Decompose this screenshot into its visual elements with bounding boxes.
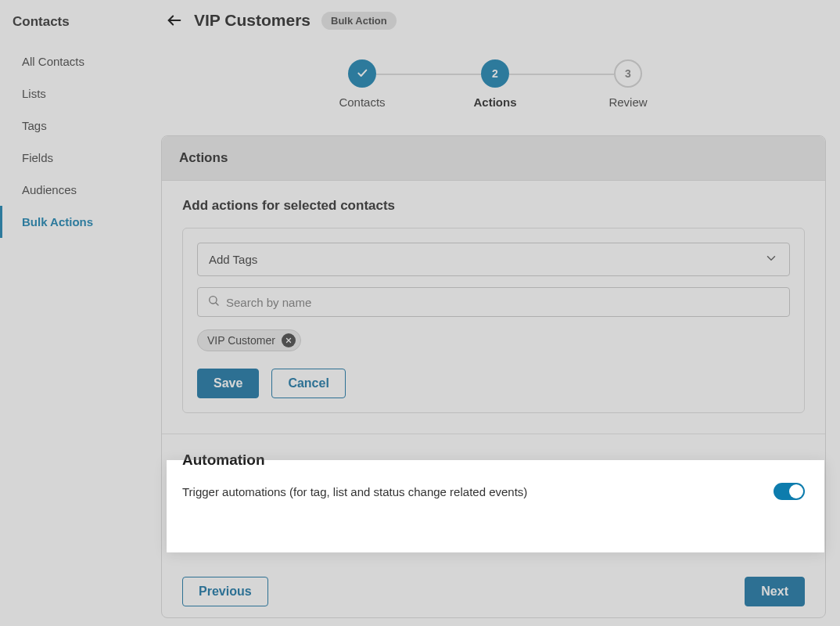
tag-search-row (197, 287, 790, 317)
remove-tag-icon[interactable] (282, 333, 296, 347)
back-arrow-icon[interactable] (166, 12, 183, 29)
action-panel: Add Tags VIP Customer (182, 228, 805, 413)
card-body: Add actions for selected contacts Add Ta… (162, 181, 825, 561)
tag-chip-label: VIP Customer (207, 334, 275, 347)
save-button[interactable]: Save (197, 369, 259, 398)
toggle-knob (789, 484, 803, 498)
sidebar-item-audiences[interactable]: Audiences (0, 174, 156, 206)
sidebar-item-bulk-actions[interactable]: Bulk Actions (0, 206, 156, 238)
automation-toggle[interactable] (774, 483, 805, 500)
automation-title: Automation (182, 452, 805, 469)
step-contacts-label: Contacts (339, 95, 385, 109)
card-header: Actions (162, 136, 825, 181)
actions-card: Actions Add actions for selected contact… (161, 135, 826, 618)
card-footer: Previous Next (162, 561, 825, 617)
tag-chip: VIP Customer (197, 329, 301, 351)
cancel-button[interactable]: Cancel (271, 369, 345, 398)
app-root: Contacts All Contacts Lists Tags Fields … (0, 0, 840, 626)
step-contacts-circle (348, 59, 376, 88)
sidebar-item-all-contacts[interactable]: All Contacts (0, 45, 156, 77)
automation-section: Automation Trigger automations (for tag,… (182, 434, 805, 514)
step-actions[interactable]: 2 Actions (429, 59, 562, 109)
bulk-action-badge: Bulk Action (321, 12, 397, 30)
next-button[interactable]: Next (745, 577, 805, 606)
step-review-label: Review (608, 95, 647, 109)
svg-line-2 (216, 303, 218, 305)
sidebar-item-lists[interactable]: Lists (0, 77, 156, 110)
action-type-value: Add Tags (209, 253, 257, 266)
card-subtitle: Add actions for selected contacts (182, 198, 805, 214)
selected-tags: VIP Customer (197, 329, 790, 351)
sidebar-title: Contacts (0, 9, 156, 45)
step-review-circle: 3 (614, 59, 642, 88)
page-title: VIP Customers (194, 11, 311, 30)
previous-button[interactable]: Previous (182, 577, 268, 606)
step-actions-label: Actions (473, 95, 516, 109)
search-icon (207, 294, 220, 310)
step-review[interactable]: 3 Review (562, 59, 695, 109)
tag-search-input[interactable] (226, 296, 780, 309)
title-row: VIP Customers Bulk Action (160, 11, 831, 30)
stepper: Contacts 2 Actions 3 Review (160, 59, 831, 109)
chevron-down-icon (764, 251, 778, 268)
sidebar: Contacts All Contacts Lists Tags Fields … (0, 0, 156, 626)
automation-description: Trigger automations (for tag, list and s… (182, 485, 527, 498)
step-actions-circle: 2 (481, 59, 509, 88)
check-icon (356, 67, 368, 81)
main-content: VIP Customers Bulk Action Contacts 2 Act… (156, 0, 840, 626)
automation-row: Trigger automations (for tag, list and s… (182, 483, 805, 500)
sidebar-item-tags[interactable]: Tags (0, 110, 156, 142)
step-contacts[interactable]: Contacts (296, 59, 429, 109)
sidebar-item-fields[interactable]: Fields (0, 142, 156, 174)
panel-buttons: Save Cancel (197, 369, 790, 398)
action-type-select[interactable]: Add Tags (197, 243, 790, 276)
